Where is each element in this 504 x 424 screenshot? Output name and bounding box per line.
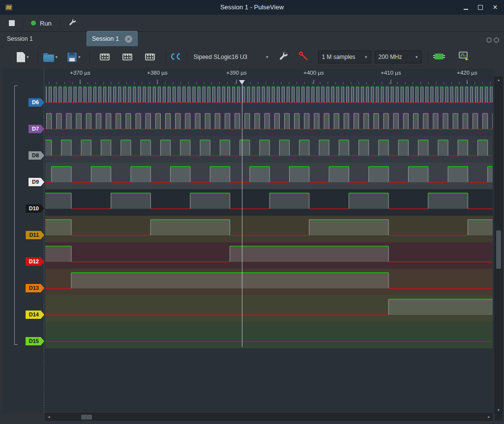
window-controls: ×	[461, 0, 500, 15]
sample-rate-value: 200 MHz	[379, 54, 402, 60]
chevron-down-icon: ▾	[56, 55, 58, 59]
wrench-icon	[68, 18, 77, 28]
ruler-tick-label: +400 µs	[303, 70, 324, 76]
open-folder-icon	[43, 55, 54, 62]
signal-screen-icon	[459, 52, 469, 62]
ruler-tick-label: +410 µs	[381, 70, 401, 76]
maximize-button[interactable]	[475, 2, 485, 12]
new-file-icon	[17, 52, 25, 62]
sample-rate-select[interactable]: 200 MHz ▾	[375, 51, 422, 63]
ruler-tick-label: +370 µs	[70, 70, 90, 76]
scroll-right-arrow-icon[interactable]: ►	[487, 414, 491, 420]
waveform-canvas[interactable]	[45, 69, 493, 413]
channels-button[interactable]	[297, 50, 310, 64]
tab-label: Session 1	[92, 35, 119, 42]
run-icon	[31, 21, 36, 26]
cursor-marker[interactable]	[239, 80, 245, 85]
scroll-left-arrow-icon[interactable]: ◄	[47, 414, 51, 420]
new-session-button[interactable]: ▾	[16, 51, 30, 63]
vertical-scrollbar[interactable]: ▲ ▼	[495, 77, 503, 413]
probe-lead-icon	[298, 51, 309, 63]
close-button[interactable]: ×	[490, 2, 500, 12]
protocol-view-button[interactable]	[458, 51, 470, 63]
ruler-tick-label: +420 µs	[457, 70, 477, 76]
settings-button[interactable]	[65, 16, 80, 30]
toolbar-separator	[166, 51, 166, 63]
toolbar-separator	[59, 18, 60, 28]
configure-device-button[interactable]	[277, 50, 290, 64]
trace-group-handle[interactable]	[14, 85, 18, 345]
toolbar-separator	[89, 51, 90, 63]
stop-icon	[9, 20, 15, 26]
chevron-down-icon: ▾	[365, 55, 367, 59]
scroll-up-arrow-icon[interactable]: ▲	[495, 78, 502, 82]
tab-close-button[interactable]: ×	[125, 35, 132, 43]
tab-session-1[interactable]: Session 1 ×	[87, 31, 138, 46]
toolbar-separator	[187, 51, 187, 63]
session-toolbar: ▾ ▾ ▾ Sipeed SLogic16 U3 ▾	[4, 46, 501, 68]
maximize-icon	[478, 5, 483, 10]
ruler-tick-label: +380 µs	[147, 70, 167, 76]
run-button[interactable]: Run	[28, 18, 55, 29]
horizontal-scrollbar[interactable]: ◄ ►	[45, 413, 493, 421]
add-decoder-button[interactable]	[432, 52, 446, 63]
toolbar-separator	[23, 18, 23, 28]
titlebar[interactable]: Session 1 - PulseView ×	[0, 0, 504, 15]
wrench-icon	[278, 51, 289, 63]
scrollbar-corner	[495, 413, 503, 421]
channel-label-d13[interactable]: D13	[26, 284, 44, 292]
window-title: Session 1 - PulseView	[0, 0, 504, 15]
probe-hooks-button[interactable]	[169, 52, 183, 63]
grid-view-button-2[interactable]	[121, 53, 133, 61]
device-select[interactable]: Sipeed SLogic16 U3 ▾	[190, 51, 272, 63]
run-label: Run	[40, 20, 52, 27]
vertical-scroll-thumb[interactable]	[496, 230, 501, 269]
device-select-value: Sipeed SLogic16 U3	[194, 54, 247, 60]
save-floppy-icon	[67, 53, 77, 62]
float-panel-button[interactable]	[486, 37, 492, 43]
main-toolbar: Run Session 1 ×	[0, 15, 504, 32]
channel-label-d10[interactable]: D10	[26, 204, 44, 213]
close-icon: ×	[493, 3, 497, 11]
chevron-down-icon: ▾	[415, 55, 418, 59]
channel-label-d15[interactable]: D15	[26, 337, 44, 345]
pulseview-window: Session 1 - PulseView × Run Session 1 × …	[0, 0, 504, 424]
minimize-icon	[464, 9, 468, 10]
chevron-down-icon: ▾	[78, 55, 81, 59]
toolbar-separator	[428, 51, 428, 63]
scroll-down-arrow-icon[interactable]: ▼	[495, 408, 502, 412]
grid-icon	[122, 54, 132, 60]
sample-count-select[interactable]: 1 M samples ▾	[318, 51, 371, 63]
channel-label-d14[interactable]: D14	[26, 311, 44, 319]
channel-label-d12[interactable]: D12	[26, 257, 44, 266]
toolbar-separator	[38, 51, 38, 63]
horizontal-scroll-thumb[interactable]	[81, 415, 92, 420]
grid-icon	[100, 54, 110, 60]
decoder-chip-icon	[433, 53, 445, 62]
label-area-separator	[44, 69, 44, 413]
chevron-down-icon: ▾	[27, 55, 29, 59]
minimize-button[interactable]	[461, 2, 471, 12]
cursor-line[interactable]	[242, 85, 242, 347]
sample-count-value: 1 M samples	[322, 54, 356, 60]
session-title: Session 1	[7, 35, 33, 42]
grid-view-button-1[interactable]	[99, 53, 111, 61]
close-panel-button[interactable]	[494, 37, 499, 43]
stop-button[interactable]	[6, 18, 18, 28]
save-button[interactable]: ▾	[66, 52, 82, 63]
chevron-down-icon: ▾	[266, 55, 268, 59]
open-button[interactable]: ▾	[42, 52, 59, 63]
channel-label-d11[interactable]: D11	[26, 231, 44, 239]
grid-view-button-3[interactable]	[144, 53, 156, 61]
ruler-tick-label: +390 µs	[226, 70, 246, 76]
probe-hooks-icon	[170, 53, 182, 62]
grid-icon	[145, 54, 155, 60]
